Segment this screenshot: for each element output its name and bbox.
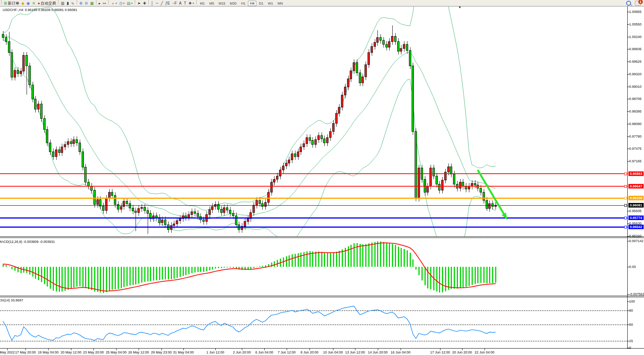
- auto-trading-button-label: 自动交易: [41, 1, 56, 6]
- vertical-line-icon: │: [151, 1, 153, 6]
- indicators-button[interactable]: ＋▾: [110, 1, 118, 6]
- timeframe-m1[interactable]: M1: [198, 1, 207, 6]
- tile-windows-button[interactable]: ▦: [89, 1, 95, 6]
- fibonacci-icon: ┈F: [172, 1, 177, 6]
- macd-indicator-label: MACD(12,26,9) -0.003809 -0.003931: [0, 240, 55, 244]
- timeframe-d1[interactable]: D1: [257, 1, 265, 6]
- chevron-down-icon: ▾: [131, 2, 133, 5]
- timeframe-m5[interactable]: M5: [207, 1, 216, 6]
- timeframe-toolbar: M1M5M15M30H1H4D1W1MN: [198, 1, 285, 5]
- macd-name: MACD(12,26,9): [0, 240, 22, 244]
- toolbar-separator: [196, 0, 197, 5]
- zoom-out-button[interactable]: ⊖: [84, 1, 89, 6]
- rsi-indicator-label: RSI(14) 33.8697: [0, 298, 23, 302]
- candlestick-chart-icon: ▮: [67, 1, 69, 6]
- market-icon: ◆: [21, 1, 24, 6]
- line-chart-icon: ∿: [71, 1, 74, 6]
- auto-trading-button[interactable]: ●自动交易: [36, 1, 57, 6]
- toolbar: ⊞新订单◆◉≋●自动交易▥▮∿⊕⊖▦▸↦＋▾◷▾▤▾➤✚│─╱ƒE┈FAT❖▾ …: [0, 0, 644, 6]
- macd-values: -0.003809 -0.003931: [23, 240, 55, 244]
- horizontal-line-icon: ─: [156, 1, 158, 6]
- chart-canvas[interactable]: [0, 0, 644, 355]
- elliott-wave-icon: ƒE: [165, 1, 170, 6]
- zoom-in-button[interactable]: ⊕: [78, 1, 84, 6]
- chart-shift-icon: ↦: [103, 1, 106, 6]
- text-label-icon: T: [184, 1, 186, 6]
- clock-icon: ◷: [119, 1, 123, 6]
- timeframe-m15[interactable]: M15: [217, 1, 227, 6]
- zoom-in-icon: ⊕: [79, 1, 82, 6]
- signals-button[interactable]: ≋: [31, 1, 36, 6]
- chart-title: USDCHF-,H40.96168 0.96209 0.96081 0.9608…: [3, 8, 79, 12]
- timeframe-w1[interactable]: W1: [266, 1, 275, 6]
- text-icon: A: [179, 1, 182, 6]
- bar-chart-icon: ▥: [61, 1, 64, 6]
- horizontal-line-button[interactable]: ─: [155, 1, 159, 6]
- timeframe-m30[interactable]: M30: [228, 1, 238, 6]
- tile-windows-icon: ▦: [90, 1, 93, 6]
- elliott-wave-button[interactable]: ƒE: [164, 1, 171, 6]
- toolbar-right: 1: [626, 1, 641, 6]
- market-button[interactable]: ◆: [20, 1, 25, 6]
- chevron-down-icon: ▾: [115, 2, 117, 5]
- arrows-icon: ❖: [188, 1, 192, 6]
- text-button[interactable]: A: [178, 1, 183, 6]
- periods-button[interactable]: ◷▾: [118, 1, 126, 6]
- new-order-icon: ⊞: [4, 1, 7, 6]
- toolbar-separator: [77, 0, 77, 5]
- trendline-button[interactable]: ╱: [159, 1, 164, 6]
- signals-icon: ≋: [32, 1, 35, 6]
- notifications-button[interactable]: 1: [635, 1, 641, 6]
- auto-trading-icon: ●: [38, 1, 40, 6]
- templates-button[interactable]: ▤▾: [126, 1, 134, 6]
- community-icon: ◉: [27, 1, 30, 6]
- toolbar-separator: [58, 0, 58, 5]
- arrows-button[interactable]: ❖▾: [187, 1, 195, 6]
- toolbar-separator: [148, 0, 149, 5]
- chart-shift-button[interactable]: ↦: [102, 1, 107, 6]
- bar-chart-button[interactable]: ▥: [60, 1, 65, 6]
- cursor-icon: ➤: [137, 1, 140, 6]
- rsi-value: 33.8697: [11, 298, 24, 302]
- cursor-button[interactable]: ➤: [136, 1, 142, 6]
- chevron-down-icon: ▾: [193, 2, 194, 5]
- text-label-button[interactable]: T: [183, 1, 187, 6]
- crosshair-button[interactable]: ✚: [142, 1, 147, 6]
- crosshair-icon: ✚: [143, 1, 146, 6]
- chevron-down-icon: ▾: [123, 2, 125, 5]
- new-order-button-label: 新订单: [8, 1, 19, 6]
- new-order-button[interactable]: ⊞新订单: [3, 1, 20, 6]
- template-icon: ▤: [127, 1, 130, 6]
- timeframe-mn[interactable]: MN: [276, 1, 285, 6]
- zoom-out-icon: ⊖: [85, 1, 88, 6]
- toolbar-separator: [108, 0, 109, 5]
- rsi-name: RSI(14): [0, 298, 10, 302]
- fibonacci-button[interactable]: ┈F: [171, 1, 178, 6]
- auto-scroll-button[interactable]: ▸: [98, 1, 102, 6]
- toolbar-separator: [1, 0, 2, 5]
- toolbar-separator: [135, 0, 135, 5]
- toolbar-buttons: ⊞新订单◆◉≋●自动交易▥▮∿⊕⊖▦▸↦＋▾◷▾▤▾➤✚│─╱ƒE┈FAT❖▾: [0, 0, 198, 6]
- notification-badge: 1: [638, 0, 643, 4]
- timeframe-h1[interactable]: H1: [239, 1, 248, 6]
- ohlc-values: 0.96168 0.96209 0.96081 0.96081: [25, 8, 77, 12]
- auto-scroll-icon: ▸: [99, 1, 101, 6]
- line-chart-button[interactable]: ∿: [70, 1, 75, 6]
- timeframe-h4[interactable]: H4: [248, 1, 256, 6]
- candlestick-chart-button[interactable]: ▮: [66, 1, 70, 6]
- trendline-icon: ╱: [161, 1, 163, 6]
- indicators-icon: ＋: [111, 1, 115, 6]
- symbol-period-label: USDCHF-,H4: [3, 8, 24, 12]
- vertical-line-button[interactable]: │: [150, 1, 155, 6]
- search-icon[interactable]: [626, 1, 631, 6]
- community-button[interactable]: ◉: [25, 1, 31, 6]
- toolbar-separator: [96, 0, 96, 5]
